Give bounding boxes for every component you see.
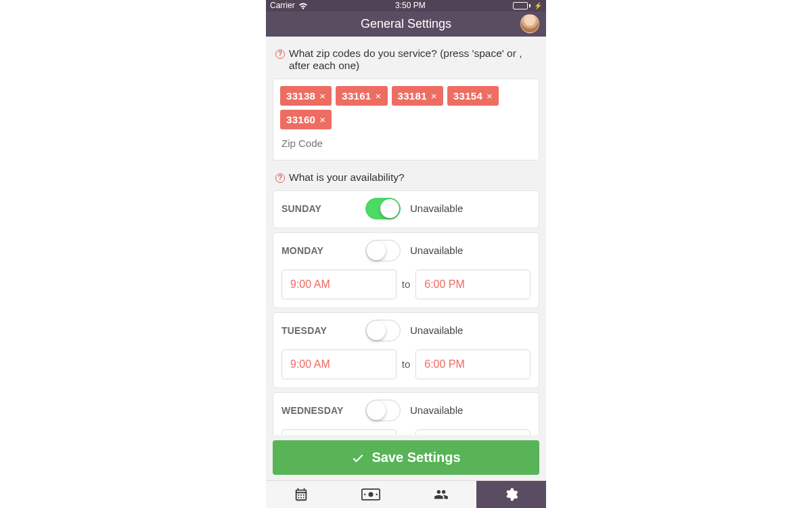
save-button-label: Save Settings: [371, 450, 460, 465]
help-icon[interactable]: ?: [275, 173, 285, 183]
people-icon: [432, 487, 450, 502]
zip-tag[interactable]: 33181×: [392, 86, 443, 106]
zip-tag-label: 33181: [398, 90, 427, 102]
help-icon[interactable]: ?: [275, 49, 285, 59]
save-button[interactable]: Save Settings: [273, 440, 539, 475]
status-bar: Carrier 3:50 PM ⚡: [266, 0, 546, 12]
unavailable-toggle[interactable]: [365, 240, 401, 261]
start-time-input[interactable]: 9:00 AM: [281, 429, 397, 436]
wifi-icon: [298, 2, 308, 9]
zip-card: 33138×33161×33181×33154×33160×: [273, 79, 539, 161]
calendar-icon: [293, 487, 309, 502]
day-label: WEDNESDAY: [281, 405, 356, 416]
unavailable-toggle[interactable]: [365, 400, 401, 421]
carrier-label: Carrier: [270, 1, 295, 10]
day-label: TUESDAY: [281, 325, 356, 336]
availability-day: WEDNESDAYUnavailable9:00 AMto6:00 PM: [273, 392, 539, 436]
phone-frame: Carrier 3:50 PM ⚡ General Settings ? Wha…: [266, 0, 546, 508]
charging-icon: ⚡: [534, 2, 542, 9]
content-scroll[interactable]: ? What zip codes do you service? (press …: [266, 37, 546, 436]
zip-tag-label: 33160: [286, 114, 315, 125]
svg-point-3: [376, 494, 378, 495]
zip-tag[interactable]: 33160×: [280, 110, 332, 129]
zip-tag-label: 33138: [286, 90, 315, 102]
zip-tag[interactable]: 33154×: [447, 86, 499, 106]
zip-tag[interactable]: 33138×: [280, 86, 332, 106]
close-icon[interactable]: ×: [431, 90, 437, 102]
day-label: MONDAY: [281, 245, 356, 256]
zip-tag-label: 33161: [342, 90, 371, 102]
tab-money[interactable]: [336, 481, 407, 508]
unavailable-label: Unavailable: [410, 203, 463, 214]
zip-input[interactable]: [280, 135, 532, 152]
day-label: SUNDAY: [281, 203, 356, 214]
end-time-input[interactable]: 6:00 PM: [415, 270, 531, 299]
tab-calendar[interactable]: [266, 481, 336, 508]
svg-point-1: [369, 492, 374, 497]
close-icon[interactable]: ×: [376, 90, 382, 102]
avatar[interactable]: [520, 14, 539, 33]
tab-settings[interactable]: [476, 481, 547, 508]
unavailable-label: Unavailable: [410, 324, 463, 336]
zip-tag-label: 33154: [453, 90, 482, 102]
unavailable-toggle[interactable]: [365, 320, 401, 341]
unavailable-label: Unavailable: [410, 404, 463, 416]
end-time-input[interactable]: 6:00 PM: [415, 429, 531, 436]
tab-people[interactable]: [406, 481, 476, 508]
gears-icon: [502, 487, 520, 502]
close-icon[interactable]: ×: [319, 90, 325, 102]
money-icon: [361, 487, 380, 502]
end-time-input[interactable]: 6:00 PM: [415, 350, 531, 379]
availability-question-label: What is your availability?: [289, 171, 405, 184]
svg-point-2: [364, 494, 365, 495]
zip-tags: 33138×33161×33181×33154×33160×: [280, 86, 532, 129]
availability-day: TUESDAYUnavailable9:00 AMto6:00 PM: [273, 312, 539, 388]
unavailable-toggle[interactable]: [365, 198, 401, 219]
availability-day: SUNDAYUnavailable: [273, 190, 539, 228]
unavailable-label: Unavailable: [410, 245, 463, 256]
check-icon: [351, 451, 365, 465]
tab-bar: [266, 480, 546, 508]
zip-question-label: What zip codes do you service? (press 's…: [289, 47, 537, 72]
start-time-input[interactable]: 9:00 AM: [281, 270, 397, 299]
availability-day: MONDAYUnavailable9:00 AMto6:00 PM: [273, 232, 539, 308]
availability-section: ? What is your availability? SUNDAYUnava…: [266, 161, 546, 436]
zip-tag[interactable]: 33161×: [336, 86, 387, 106]
start-time-input[interactable]: 9:00 AM: [281, 350, 397, 379]
nav-header: General Settings: [266, 12, 546, 37]
close-icon[interactable]: ×: [487, 90, 493, 102]
to-label: to: [402, 278, 411, 290]
to-label: to: [402, 358, 411, 370]
page-title: General Settings: [361, 17, 451, 31]
clock: 3:50 PM: [395, 1, 426, 10]
save-bar: Save Settings: [266, 435, 546, 480]
close-icon[interactable]: ×: [319, 114, 325, 125]
zip-section: ? What zip codes do you service? (press …: [266, 37, 546, 161]
battery-icon: [513, 2, 531, 9]
